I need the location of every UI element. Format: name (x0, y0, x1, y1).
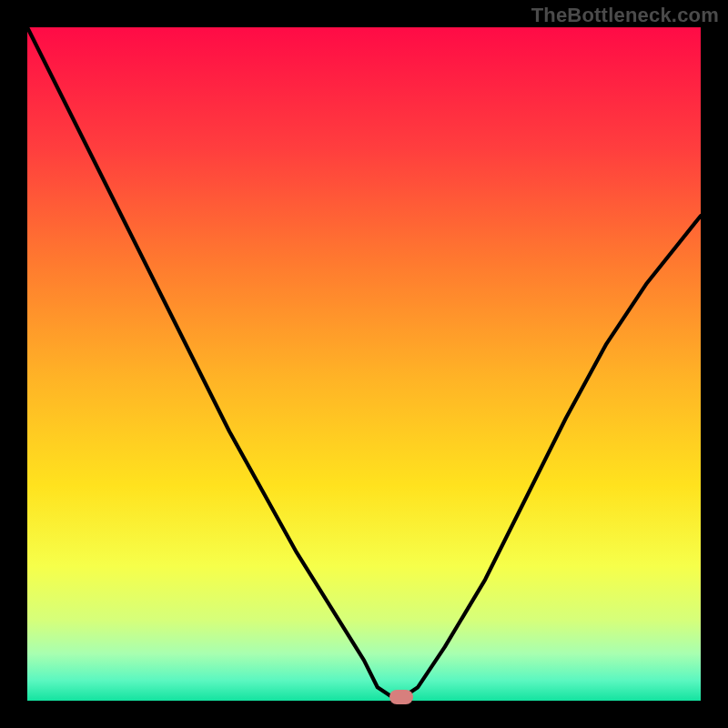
bottleneck-chart (0, 0, 728, 728)
bottleneck-marker (389, 690, 413, 704)
chart-stage: TheBottleneck.com (0, 0, 728, 728)
watermark-text: TheBottleneck.com (531, 4, 719, 27)
plot-background (27, 27, 701, 701)
